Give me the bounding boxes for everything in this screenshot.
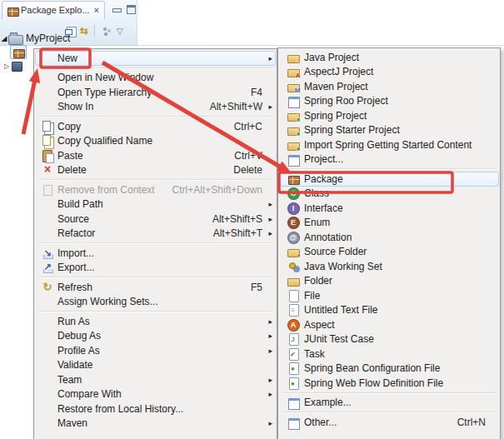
menu-item-class[interactable]: Class <box>279 187 499 202</box>
menu-item-assign-working-sets[interactable]: Assign Working Sets... <box>35 295 276 310</box>
view-buttons <box>112 5 136 14</box>
menu-item-delete[interactable]: DeleteDelete <box>35 163 276 178</box>
menu-item-copy[interactable]: CopyCtrl+C <box>35 119 276 134</box>
menu-item-build-path[interactable]: Build Path▸ <box>35 197 276 212</box>
menu-item-import-spring-getting-started-content[interactable]: Import Spring Getting Started Content <box>279 137 499 152</box>
menu-item-open-type-hierarchy[interactable]: Open Type HierarchyF4 <box>35 85 276 100</box>
menu-item-annotation[interactable]: Annotation <box>279 230 499 245</box>
expander-collapsed-icon[interactable]: ▷ <box>2 62 11 70</box>
menu-item-label: Paste <box>57 150 83 162</box>
menu-item-new[interactable]: New▸ <box>35 51 276 66</box>
submenu-arrow-icon: ▸ <box>265 215 272 223</box>
menu-item-run-as[interactable]: Run As▸ <box>35 314 276 329</box>
icon-gutter <box>37 134 57 147</box>
menu-item-import[interactable]: Import... <box>35 246 276 261</box>
menu-item-example[interactable]: Example... <box>279 396 499 411</box>
export-icon <box>41 261 54 274</box>
menu-item-java-working-set[interactable]: Java Working Set <box>279 259 499 274</box>
menu-item-label: Import... <box>57 247 94 259</box>
menu-item-open-in-new-window[interactable]: Open in New Window <box>35 71 276 86</box>
menu-item-enum[interactable]: Enum <box>279 216 499 231</box>
menu-item-task[interactable]: Task <box>279 347 499 362</box>
menu-item-maven-project[interactable]: Maven Project <box>279 79 499 94</box>
menu-item-label: Folder <box>304 275 332 287</box>
menu-item-team[interactable]: Team▸ <box>35 372 276 387</box>
project-label: MyProject <box>26 32 70 44</box>
menu-item-other[interactable]: Other...Ctrl+N <box>279 415 499 430</box>
delete-icon <box>41 163 54 177</box>
source-folder-icon <box>287 245 300 258</box>
icon-gutter <box>37 120 57 133</box>
menu-item-label: Source <box>57 213 89 225</box>
menu-item-spring-starter-project[interactable]: Spring Starter Project <box>279 123 499 138</box>
tab-package-explorer[interactable]: Package Explo... × <box>2 1 105 19</box>
menu-shortcut: Alt+Shift+S <box>212 213 262 225</box>
menu-item-label: Spring Web Flow Definition File <box>304 377 443 389</box>
menu-item-spring-roo-project[interactable]: Spring Roo Project <box>279 94 499 109</box>
menu-item-source[interactable]: SourceAlt+Shift+S▸ <box>35 212 276 227</box>
menu-item-aspectj-project[interactable]: AspectJ Project <box>279 65 499 80</box>
menu-item-java-project[interactable]: Java Project <box>279 50 499 65</box>
menu-item-file[interactable]: File <box>279 288 499 303</box>
menu-item-package[interactable]: Package <box>279 172 499 187</box>
icon-gutter <box>282 289 304 302</box>
menu-item-paste[interactable]: PasteCtrl+V <box>35 148 276 163</box>
menu-item-label: Spring Roo Project <box>304 95 388 107</box>
menu-item-label: Copy <box>57 121 81 132</box>
menu-item-label: Task <box>304 348 325 360</box>
menu-item-show-in[interactable]: Show InAlt+Shift+W▸ <box>35 100 276 115</box>
menu-item-label: Untitled Text File <box>304 304 377 316</box>
menu-item-debug-as[interactable]: Debug As▸ <box>35 329 276 344</box>
menu-item-label: Annotation <box>304 232 352 243</box>
menu-item-junit-test-case[interactable]: JUnit Test Case <box>279 332 499 347</box>
menu-item-spring-project[interactable]: Spring Project <box>279 108 499 123</box>
menu-item-export[interactable]: Export... <box>35 261 276 276</box>
menu-item-refactor[interactable]: RefactorAlt+Shift+T▸ <box>35 227 276 242</box>
menu-item-label: Refresh <box>57 282 92 293</box>
submenu-arrow-icon: ▸ <box>265 332 272 340</box>
menu-item-validate[interactable]: Validate <box>35 358 276 373</box>
menu-item-maven[interactable]: Maven▸ <box>35 417 276 432</box>
menu-item-label: Spring Starter Project <box>304 124 400 136</box>
expander-expanded-icon[interactable]: ◢ <box>0 34 8 42</box>
menu-item-refresh[interactable]: RefreshF5 <box>35 280 276 295</box>
menu-item-restore-from-local-history[interactable]: Restore from Local History... <box>35 402 276 417</box>
icon-gutter <box>282 377 304 390</box>
minimize-view-icon[interactable] <box>112 6 121 14</box>
spring-project-icon <box>287 109 300 122</box>
icon-gutter <box>282 138 304 152</box>
menu-item-label: Class <box>304 187 329 199</box>
submenu-arrow-icon: ▸ <box>265 229 272 237</box>
tree-row-myproject[interactable]: ◢ MyProject <box>0 31 167 45</box>
menu-item-untitled-text-file[interactable]: Untitled Text File <box>279 303 499 318</box>
submenu-arrow-icon: ▸ <box>265 54 272 62</box>
menu-item-spring-web-flow-definition-file[interactable]: Spring Web Flow Definition File <box>279 376 499 391</box>
icon-gutter <box>282 187 304 200</box>
icon-gutter <box>282 80 304 93</box>
example-icon <box>287 396 300 409</box>
menu-item-project[interactable]: Project... <box>279 152 499 167</box>
menu-item-source-folder[interactable]: Source Folder <box>279 245 499 260</box>
submenu-arrow-icon: ▸ <box>265 390 272 398</box>
menu-item-spring-bean-configuration-file[interactable]: Spring Bean Configuration File <box>279 362 499 377</box>
project-folder-icon <box>8 32 22 44</box>
menu-item-label: Show In <box>57 101 93 112</box>
maximize-view-icon[interactable] <box>127 5 136 14</box>
menu-item-interface[interactable]: Interface <box>279 201 499 216</box>
menu-item-copy-qualified-name[interactable]: Copy Qualified Name <box>35 134 276 149</box>
menu-item-label: Other... <box>304 417 337 428</box>
menu-item-aspect[interactable]: Aspect <box>279 317 499 332</box>
menu-separator <box>281 391 497 396</box>
menu-item-folder[interactable]: Folder <box>279 274 499 289</box>
menu-item-label: Open Type Hierarchy <box>57 87 152 98</box>
tab-close-icon[interactable]: × <box>93 5 100 15</box>
icon-gutter <box>282 231 304 244</box>
menu-item-compare-with[interactable]: Compare With▸ <box>35 387 276 402</box>
menu-item-label: Spring Bean Configuration File <box>304 362 440 374</box>
menu-item-remove-from-context[interactable]: Remove from ContextCtrl+Alt+Shift+Down <box>35 182 276 197</box>
menu-item-label: Enum <box>304 217 330 228</box>
menu-item-label: Aspect <box>304 319 335 331</box>
menu-item-label: Export... <box>57 262 95 273</box>
menu-item-profile-as[interactable]: Profile As▸ <box>35 343 276 358</box>
eclipse-package-explorer-screenshot: Package Explo... × ⇆ ▽ ◢ MyProject <box>0 0 504 439</box>
